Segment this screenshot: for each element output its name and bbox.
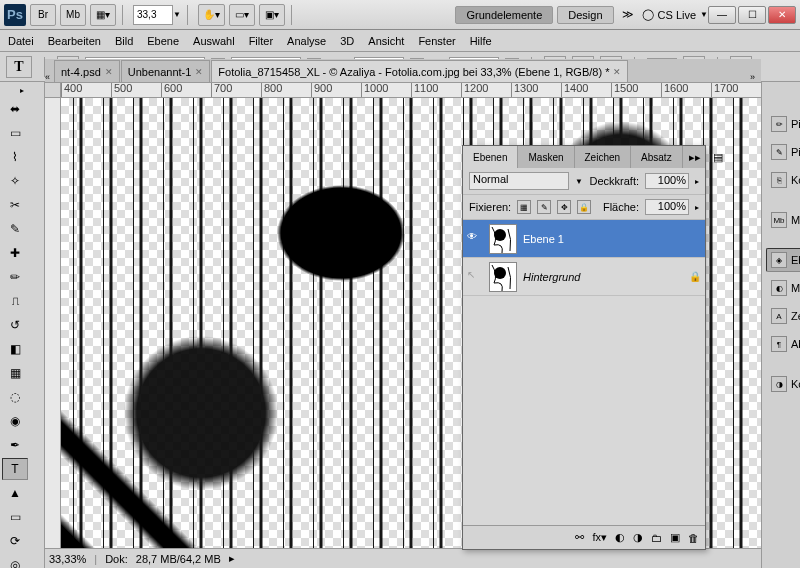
panel-kopie[interactable]: ⎘Kopie... — [766, 168, 800, 192]
close-tab-icon[interactable]: ✕ — [105, 67, 113, 77]
layer-fx-button[interactable]: fx▾ — [592, 531, 607, 544]
delete-layer-button[interactable]: 🗑 — [688, 532, 699, 544]
move-tool[interactable]: ⬌ — [2, 98, 28, 120]
menu-bearbeiten[interactable]: Bearbeiten — [48, 35, 101, 47]
panel-pinsel2[interactable]: ✎Pinsel — [766, 140, 800, 164]
layer-row[interactable]: ↖ Hintergrund 🔒 — [463, 258, 705, 296]
layer-thumbnail[interactable] — [489, 262, 517, 292]
tab-ebenen[interactable]: Ebenen — [463, 146, 518, 168]
close-tab-icon[interactable]: ✕ — [195, 67, 203, 77]
gradient-tool[interactable]: ▦ — [2, 362, 28, 384]
tabs-scroll-right-icon[interactable]: » — [744, 72, 761, 82]
adjustment-layer-button[interactable]: ◑ — [633, 531, 643, 544]
layer-name[interactable]: Ebene 1 — [523, 233, 564, 245]
menu-fenster[interactable]: Fenster — [418, 35, 455, 47]
stamp-tool[interactable]: ⎍ — [2, 290, 28, 312]
status-menu-icon[interactable]: ▸ — [229, 552, 235, 565]
layer-thumbnail[interactable] — [489, 224, 517, 254]
menu-datei[interactable]: Datei — [8, 35, 34, 47]
zoom-input[interactable] — [133, 5, 173, 25]
fill-slider-icon[interactable]: ▸ — [695, 203, 699, 212]
healing-tool[interactable]: ✚ — [2, 242, 28, 264]
menu-ebene[interactable]: Ebene — [147, 35, 179, 47]
crop-tool[interactable]: ✂ — [2, 194, 28, 216]
visibility-icon[interactable]: ↖ — [467, 269, 483, 285]
layer-group-button[interactable]: 🗀 — [651, 532, 662, 544]
lock-position-button[interactable]: ✥ — [557, 200, 571, 214]
maximize-button[interactable]: ☐ — [738, 6, 766, 24]
dodge-tool[interactable]: ◉ — [2, 410, 28, 432]
type-tool[interactable]: T — [2, 458, 28, 480]
link-layers-button[interactable]: ⚯ — [575, 531, 584, 544]
active-tool-icon[interactable]: T — [6, 56, 32, 78]
minibridge-button[interactable]: Mb — [60, 4, 86, 26]
workspace-grundelemente[interactable]: Grundelemente — [455, 6, 553, 24]
menu-analyse[interactable]: Analyse — [287, 35, 326, 47]
lock-all-button[interactable]: 🔒 — [577, 200, 591, 214]
panel-pinsel1[interactable]: ✏Pinsel... — [766, 112, 800, 136]
layer-row[interactable]: 👁 Ebene 1 — [463, 220, 705, 258]
lock-pixels-button[interactable]: ✎ — [537, 200, 551, 214]
panel-expand-icon[interactable]: ▸▸ — [683, 146, 707, 168]
close-button[interactable]: ✕ — [768, 6, 796, 24]
visibility-icon[interactable]: 👁 — [467, 231, 483, 247]
new-layer-button[interactable]: ▣ — [670, 531, 680, 544]
hand-button[interactable]: ✋▾ — [198, 4, 225, 26]
status-zoom[interactable]: 33,33% — [49, 553, 86, 565]
layer-mask-button[interactable]: ◐ — [615, 531, 625, 544]
right-panel-dock: ✏Pinsel... ✎Pinsel ⎘Kopie... MbMini ... … — [761, 82, 800, 568]
marquee-tool[interactable]: ▭ — [2, 122, 28, 144]
panel-masken[interactable]: ◐Masken — [766, 276, 800, 300]
panel-ebenen[interactable]: ◈Ebenen — [766, 248, 800, 272]
workspace-design[interactable]: Design — [557, 6, 613, 24]
eraser-tool[interactable]: ◧ — [2, 338, 28, 360]
view-extras-button[interactable]: ▦▾ — [90, 4, 116, 26]
shape-tool[interactable]: ▭ — [2, 506, 28, 528]
menu-filter[interactable]: Filter — [249, 35, 273, 47]
document-tab[interactable]: Fotolia_8715458_XL - © Azaliya - Fotolia… — [211, 60, 628, 82]
tabs-scroll-left-icon[interactable]: « — [45, 72, 53, 82]
tab-zeichen[interactable]: Zeichen — [575, 146, 632, 168]
blend-mode-select[interactable]: Normal — [469, 172, 569, 190]
panel-menu-icon[interactable]: ▤ — [707, 146, 729, 168]
tab-absatz[interactable]: Absatz — [631, 146, 683, 168]
menu-ansicht[interactable]: Ansicht — [368, 35, 404, 47]
menu-3d[interactable]: 3D — [340, 35, 354, 47]
opacity-input[interactable]: 100% — [645, 173, 689, 189]
magic-wand-tool[interactable]: ✧ — [2, 170, 28, 192]
lasso-tool[interactable]: ⌇ — [2, 146, 28, 168]
blur-tool[interactable]: ◌ — [2, 386, 28, 408]
panel-zeichen[interactable]: AZeichen — [766, 304, 800, 328]
3d-tool[interactable]: ⟳ — [2, 530, 28, 552]
blend-dropdown-icon[interactable]: ▼ — [575, 177, 583, 186]
cslive-button[interactable]: ◯ CS Live ▼ — [642, 8, 708, 21]
layers-panel[interactable]: Ebenen Masken Zeichen Absatz ▸▸ ▤ Normal… — [462, 145, 706, 550]
document-tab[interactable]: Unbenannt-1✕ — [121, 60, 211, 82]
pen-tool[interactable]: ✒ — [2, 434, 28, 456]
layer-name[interactable]: Hintergrund — [523, 271, 580, 283]
panel-mini[interactable]: MbMini ... — [766, 208, 800, 232]
arrange-button[interactable]: ▭▾ — [229, 4, 255, 26]
screen-mode-button[interactable]: ▣▾ — [259, 4, 285, 26]
close-tab-icon[interactable]: ✕ — [613, 67, 621, 77]
tab-masken[interactable]: Masken — [518, 146, 574, 168]
zoom-dropdown-icon[interactable]: ▼ — [173, 10, 181, 19]
minimize-button[interactable]: — — [708, 6, 736, 24]
lock-transparency-button[interactable]: ▦ — [517, 200, 531, 214]
workspace-more-icon[interactable]: ≫ — [622, 8, 634, 21]
menu-hilfe[interactable]: Hilfe — [470, 35, 492, 47]
brush-tool[interactable]: ✏ — [2, 266, 28, 288]
document-tab[interactable]: nt-4.psd✕ — [54, 60, 120, 82]
panel-korre[interactable]: ◑Korre... — [766, 372, 800, 396]
3d-camera-tool[interactable]: ◎ — [2, 554, 28, 568]
panel-absatz[interactable]: ¶Absatz — [766, 332, 800, 356]
menu-bild[interactable]: Bild — [115, 35, 133, 47]
opacity-slider-icon[interactable]: ▸ — [695, 177, 699, 186]
bridge-button[interactable]: Br — [30, 4, 56, 26]
fill-input[interactable]: 100% — [645, 199, 689, 215]
path-select-tool[interactable]: ▲ — [2, 482, 28, 504]
menu-auswahl[interactable]: Auswahl — [193, 35, 235, 47]
eyedropper-tool[interactable]: ✎ — [2, 218, 28, 240]
history-brush-tool[interactable]: ↺ — [2, 314, 28, 336]
toolbox-arrow-icon[interactable]: ▸ — [2, 86, 42, 96]
